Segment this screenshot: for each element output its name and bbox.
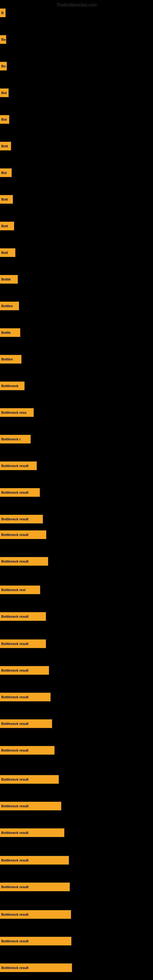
bar-label: Bottleneck result xyxy=(1,642,29,646)
bar-label: Bottlen xyxy=(1,304,13,308)
bar-fill: Bottleneck result xyxy=(0,666,49,675)
bar-fill: Bo xyxy=(0,35,6,44)
bar-item: Bottleneck result xyxy=(0,775,59,784)
bar-fill: Bott xyxy=(0,222,14,230)
bar-fill: Bottleneck r xyxy=(0,435,30,444)
bar-item: Bottleneck resu xyxy=(0,408,33,417)
bar-item: Bottleneck result xyxy=(0,693,51,701)
bar-item: Bottleneck result xyxy=(0,488,40,497)
bar-item: Bottleneck result xyxy=(0,640,46,648)
bar-fill: Bottlen xyxy=(0,302,19,310)
bar-item: Bottleneck result xyxy=(0,612,46,621)
bar-item: B xyxy=(0,9,5,17)
bar-item: Bott xyxy=(0,248,15,257)
bar-fill: Bottleneck result xyxy=(0,693,51,701)
bar-fill: Bottleneck result xyxy=(0,461,37,470)
bar-label: Bottle xyxy=(1,277,11,281)
bar-fill: Bottleneck xyxy=(0,382,24,390)
bar-item: Bottleneck result xyxy=(0,666,49,675)
bar-label: Bott xyxy=(1,224,8,228)
bar-fill: Bottleneck result xyxy=(0,829,64,837)
bar-item: Bottle xyxy=(0,328,20,337)
bar-fill: Bottleneck result xyxy=(0,746,54,755)
site-title: TheBottlenecker.com xyxy=(56,2,97,7)
bar-fill: Bottle xyxy=(0,275,18,283)
bar-fill: Bott xyxy=(0,195,13,204)
bar-item: Bot xyxy=(0,169,12,177)
bar-fill: Bott xyxy=(0,142,11,150)
bar-item: Bottleneck result xyxy=(0,910,71,919)
bar-item: Bot xyxy=(0,89,9,97)
bar-label: Bottleneck resu xyxy=(1,411,27,414)
bar-item: Bott xyxy=(0,142,11,150)
bar-label: Bottleneck result xyxy=(1,517,29,521)
bar-label: Bottleneck rest xyxy=(1,588,26,592)
bar-fill: Bottleneck result xyxy=(0,802,61,810)
bar-label: Bot xyxy=(1,171,7,175)
bar-label: Bottleneck result xyxy=(1,831,29,835)
bar-item: Bottleneck result xyxy=(0,530,46,539)
bar-label: Bott xyxy=(1,197,8,201)
bar-item: Bottleneck rest xyxy=(0,585,40,594)
bar-fill: Bot xyxy=(0,169,12,177)
bar-item: Bottleneck result xyxy=(0,557,48,566)
bar-fill: Bottleneck result xyxy=(0,612,46,621)
bar-item: Bottleneck result xyxy=(0,461,37,470)
bar-label: Bottleneck result xyxy=(1,491,29,494)
bar-label: Bo xyxy=(1,38,6,41)
bar-label: Bottleneck result xyxy=(1,695,29,699)
bar-label: Bottleneck result xyxy=(1,748,29,752)
bar-item: Bottleneck result xyxy=(0,515,43,523)
bar-label: Bo xyxy=(1,64,6,68)
bar-label: Bottle xyxy=(1,331,11,334)
bar-label: Bottleneck result xyxy=(1,966,29,970)
bar-item: Bottleneck result xyxy=(0,883,70,891)
bar-label: Bottleneck result xyxy=(1,464,29,468)
bar-label: Bott xyxy=(1,144,8,148)
bar-item: Bottleneck result xyxy=(0,746,54,755)
bar-label: Bottleneck result xyxy=(1,939,29,943)
bar-label: Bottleneck result xyxy=(1,615,29,618)
bar-item: Bottlen xyxy=(0,302,19,310)
bar-item: Bottleneck result xyxy=(0,964,72,972)
bar-fill: Bottleneck result xyxy=(0,937,71,945)
bar-label: Bottleneck result xyxy=(1,804,29,808)
bar-fill: Bottleneck result xyxy=(0,557,48,566)
bar-item: Bo xyxy=(0,62,7,70)
bar-label: Bottleneck result xyxy=(1,858,29,862)
bar-item: Bottleneck result xyxy=(0,856,69,865)
bar-item: Bottlen xyxy=(0,355,21,364)
bar-item: Bottleneck result xyxy=(0,802,61,810)
bar-fill: Bottleneck resu xyxy=(0,408,33,417)
bar-fill: Bottle xyxy=(0,328,20,337)
bar-fill: Bottleneck result xyxy=(0,488,40,497)
bar-label: Bottleneck result xyxy=(1,560,29,563)
bar-item: Bottle xyxy=(0,275,18,283)
bar-item: Bottleneck r xyxy=(0,435,30,444)
bar-fill: Bottleneck rest xyxy=(0,585,40,594)
bar-item: Bottleneck result xyxy=(0,937,71,945)
bar-fill: Bo xyxy=(0,62,7,70)
bar-fill: Bottleneck result xyxy=(0,775,59,784)
bar-item: Bott xyxy=(0,222,14,230)
bar-fill: Bottleneck result xyxy=(0,640,46,648)
bar-fill: Bottleneck result xyxy=(0,883,70,891)
bar-label: Bott xyxy=(1,251,8,255)
bar-item: Bottleneck result xyxy=(0,829,64,837)
bar-label: Bottleneck result xyxy=(1,668,29,672)
bar-fill: Bottleneck result xyxy=(0,530,46,539)
bar-label: B xyxy=(1,11,4,15)
bar-fill: Bot xyxy=(0,89,9,97)
bar-label: Bot xyxy=(1,118,7,121)
bar-fill: Bott xyxy=(0,248,15,257)
bar-label: Bottleneck result xyxy=(1,885,29,889)
bar-label: Bottleneck result xyxy=(1,533,29,536)
bar-fill: Bottleneck result xyxy=(0,964,72,972)
bar-fill: Bot xyxy=(0,115,9,124)
bar-item: Bottleneck xyxy=(0,382,24,390)
bar-label: Bottleneck result xyxy=(1,722,29,725)
bar-label: Bot xyxy=(1,91,7,95)
bar-fill: Bottleneck result xyxy=(0,910,71,919)
bar-fill: Bottleneck result xyxy=(0,515,43,523)
bar-item: Bott xyxy=(0,195,13,204)
